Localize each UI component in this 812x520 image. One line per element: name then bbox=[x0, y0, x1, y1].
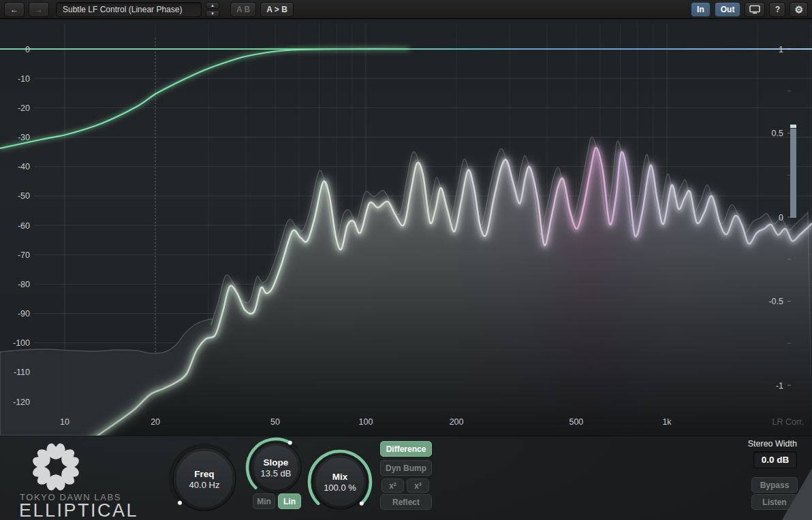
help-button[interactable]: ? bbox=[769, 2, 785, 17]
svg-text:-50: -50 bbox=[18, 191, 30, 201]
svg-text:-90: -90 bbox=[18, 309, 30, 319]
svg-text:1: 1 bbox=[779, 45, 783, 54]
svg-text:0: 0 bbox=[779, 213, 783, 223]
svg-text:-40: -40 bbox=[18, 162, 30, 172]
x-cubed-button[interactable]: x³ bbox=[407, 478, 429, 493]
control-panel: TOKYO DAWN LABS ELLIPTICAL Freq 40.0 Hz … bbox=[0, 436, 812, 520]
svg-text:0: 0 bbox=[25, 45, 30, 54]
knob-freq-indicator bbox=[178, 501, 182, 505]
ab-copy-button[interactable]: A > B bbox=[260, 2, 294, 17]
stereo-width-value[interactable]: 0.0 dB bbox=[753, 451, 797, 468]
preset-step-up-button[interactable]: ▲ bbox=[206, 2, 219, 9]
plugin-window: 0-10-20-30-40-50-60-70-80-90-100-110-120… bbox=[0, 0, 812, 520]
svg-text:200: 200 bbox=[450, 417, 464, 427]
x-squared-button[interactable]: x² bbox=[381, 478, 404, 493]
svg-text:-100: -100 bbox=[13, 338, 30, 348]
preset-stepper: ▲ ▼ bbox=[206, 2, 219, 17]
svg-text:-0.5: -0.5 bbox=[768, 297, 783, 306]
slope-knob[interactable]: Slope 13.5 dB bbox=[245, 436, 307, 499]
svg-text:LR Corr.: LR Corr. bbox=[772, 417, 804, 427]
difference-mode-button[interactable]: Difference bbox=[380, 441, 432, 457]
svg-text:100: 100 bbox=[359, 417, 373, 427]
mix-knob[interactable]: Mix 100.0 % bbox=[306, 448, 374, 516]
lr-correlation-meter-peak bbox=[790, 125, 796, 128]
phase-lin-button[interactable]: Lin bbox=[278, 493, 301, 509]
svg-text:500: 500 bbox=[569, 417, 583, 427]
freq-knob[interactable]: Freq 40.0 Hz bbox=[167, 442, 242, 517]
reflect-button[interactable]: Reflect bbox=[380, 494, 432, 510]
preset-back-button[interactable]: ← bbox=[4, 2, 25, 17]
titlebar: ← → Subtle LF Control (Linear Phase) ▲ ▼… bbox=[0, 0, 812, 19]
dyn-bump-button[interactable]: Dyn Bump bbox=[380, 460, 432, 476]
out-spectrum-toggle[interactable]: Out bbox=[715, 2, 741, 17]
knob-slope-indicator bbox=[288, 441, 292, 445]
tdr-flower-logo bbox=[23, 440, 89, 495]
svg-text:-30: -30 bbox=[18, 133, 30, 142]
svg-text:-120: -120 bbox=[13, 397, 30, 407]
preset-selector[interactable]: Subtle LF Control (Linear Phase) bbox=[56, 2, 202, 17]
brand-product: ELLIPTICAL bbox=[19, 500, 138, 520]
preset-forward-button[interactable]: → bbox=[29, 2, 49, 17]
resize-grip[interactable] bbox=[782, 468, 812, 520]
svg-text:-10: -10 bbox=[18, 74, 30, 84]
svg-text:-1: -1 bbox=[776, 381, 783, 391]
preset-step-down-button[interactable]: ▼ bbox=[206, 10, 219, 17]
monitor-icon bbox=[749, 5, 760, 14]
stereo-width-label: Stereo Width bbox=[708, 439, 797, 449]
svg-text:-70: -70 bbox=[18, 250, 30, 260]
display-settings-button[interactable] bbox=[745, 2, 765, 17]
knob-mix-indicator bbox=[360, 502, 364, 506]
svg-text:-60: -60 bbox=[18, 221, 30, 231]
settings-button[interactable]: ⚙ bbox=[790, 2, 808, 17]
gear-icon: ⚙ bbox=[794, 4, 803, 15]
svg-text:1k: 1k bbox=[662, 417, 672, 427]
in-spectrum-toggle[interactable]: In bbox=[691, 2, 710, 17]
svg-text:-20: -20 bbox=[18, 103, 30, 113]
lr-correlation-meter bbox=[790, 129, 796, 218]
phase-min-button[interactable]: Min bbox=[253, 493, 275, 509]
svg-text:0.5: 0.5 bbox=[772, 129, 783, 138]
svg-text:50: 50 bbox=[270, 417, 280, 427]
svg-text:-110: -110 bbox=[14, 368, 30, 377]
svg-text:-80: -80 bbox=[18, 280, 30, 289]
svg-text:10: 10 bbox=[60, 417, 69, 427]
ab-compare-button[interactable]: A B bbox=[230, 2, 256, 17]
svg-text:20: 20 bbox=[151, 417, 160, 427]
